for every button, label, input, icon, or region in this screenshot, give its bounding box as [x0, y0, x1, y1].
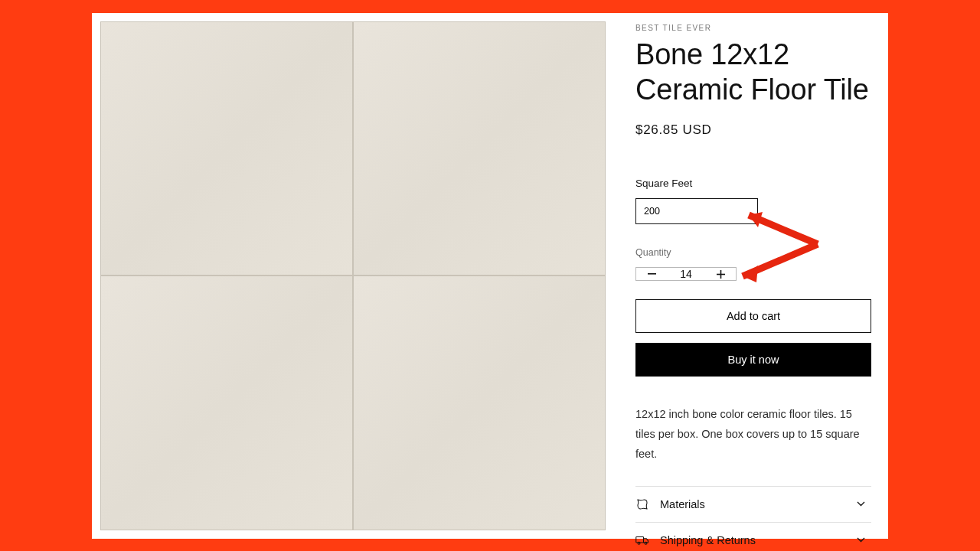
button-row: Add to cart Buy it now	[635, 299, 871, 377]
tile-quadrant	[100, 276, 353, 530]
accordion-materials[interactable]: Materials	[635, 486, 871, 522]
svg-point-4	[638, 542, 640, 544]
add-to-cart-button[interactable]: Add to cart	[635, 299, 871, 333]
leather-icon	[635, 497, 649, 511]
tile-quadrant	[353, 276, 606, 530]
tile-quadrant	[100, 21, 353, 276]
quantity-increment-button[interactable]	[705, 268, 736, 280]
square-feet-block: Square Feet	[635, 178, 871, 224]
accordion-shipping-label: Shipping & Returns	[660, 534, 756, 546]
product-price: $26.85 USD	[635, 122, 871, 138]
square-feet-label: Square Feet	[635, 178, 871, 189]
truck-icon	[635, 533, 649, 547]
product-title: Bone 12x12 Ceramic Floor Tile	[635, 37, 871, 108]
accordion-materials-label: Materials	[660, 498, 705, 510]
product-card: BEST TILE EVER Bone 12x12 Ceramic Floor …	[92, 13, 888, 539]
tile-quadrant	[353, 21, 606, 276]
chevron-down-icon	[856, 500, 865, 509]
buy-now-button[interactable]: Buy it now	[635, 343, 871, 377]
product-info: BEST TILE EVER Bone 12x12 Ceramic Floor …	[606, 13, 888, 539]
square-feet-input[interactable]	[635, 198, 758, 224]
product-image	[100, 21, 606, 530]
chevron-down-icon	[856, 536, 865, 545]
accordion-shipping[interactable]: Shipping & Returns	[635, 522, 871, 552]
quantity-value: 14	[667, 268, 705, 280]
svg-point-5	[645, 542, 647, 544]
plus-icon	[717, 270, 725, 279]
quantity-decrement-button[interactable]	[636, 268, 667, 280]
quantity-stepper: 14	[635, 267, 737, 281]
quantity-label: Quantity	[635, 247, 871, 258]
svg-rect-0	[648, 273, 656, 275]
svg-rect-2	[717, 273, 725, 275]
minus-icon	[648, 273, 656, 275]
svg-rect-3	[636, 536, 644, 543]
vendor-label: BEST TILE EVER	[635, 24, 871, 32]
product-description: 12x12 inch bone color ceramic floor tile…	[635, 404, 871, 464]
accordion: Materials Shipping & Returns	[635, 486, 871, 552]
